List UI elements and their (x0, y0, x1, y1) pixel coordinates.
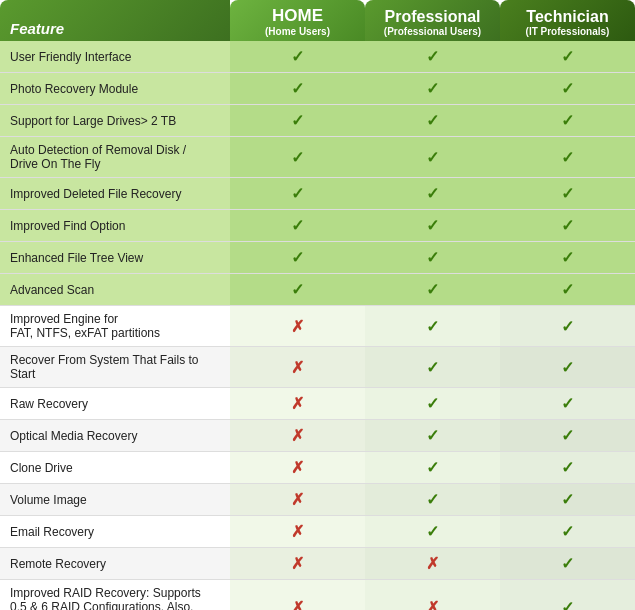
home-cell: ✓ (230, 41, 365, 73)
check-icon: ✓ (426, 395, 439, 412)
home-cell: ✗ (230, 388, 365, 420)
technician-cell: ✓ (500, 242, 635, 274)
home-cell: ✗ (230, 306, 365, 347)
technician-cell: ✓ (500, 105, 635, 137)
technician-plan-name: Technician (504, 8, 631, 26)
feature-cell: Optical Media Recovery (0, 420, 230, 452)
check-icon: ✓ (426, 359, 439, 376)
feature-cell: Volume Image (0, 484, 230, 516)
professional-cell: ✓ (365, 178, 500, 210)
technician-cell: ✓ (500, 516, 635, 548)
feature-cell: Improved Deleted File Recovery (0, 178, 230, 210)
feature-cell: Support for Large Drives> 2 TB (0, 105, 230, 137)
feature-column-header: Feature (0, 0, 230, 41)
feature-cell: User Friendly Interface (0, 41, 230, 73)
home-plan-sub: (Home Users) (234, 26, 361, 37)
home-cell: ✗ (230, 420, 365, 452)
check-icon: ✓ (426, 149, 439, 166)
check-icon: ✓ (561, 555, 574, 572)
check-icon: ✓ (426, 185, 439, 202)
technician-cell: ✓ (500, 306, 635, 347)
professional-cell: ✓ (365, 484, 500, 516)
check-icon: ✓ (561, 149, 574, 166)
technician-cell: ✓ (500, 388, 635, 420)
check-icon: ✓ (561, 217, 574, 234)
table-row: Volume Image✗✓✓ (0, 484, 635, 516)
check-icon: ✓ (291, 112, 304, 129)
technician-cell: ✓ (500, 73, 635, 105)
professional-cell: ✓ (365, 452, 500, 484)
table-row: Auto Detection of Removal Disk / Drive O… (0, 137, 635, 178)
check-icon: ✓ (426, 48, 439, 65)
feature-cell: Improved Engine for FAT, NTFS, exFAT par… (0, 306, 230, 347)
table-row: Clone Drive✗✓✓ (0, 452, 635, 484)
feature-cell: Clone Drive (0, 452, 230, 484)
cross-icon: ✗ (291, 599, 304, 611)
professional-cell: ✓ (365, 210, 500, 242)
check-icon: ✓ (561, 249, 574, 266)
table-row: Advanced Scan✓✓✓ (0, 274, 635, 306)
check-icon: ✓ (426, 112, 439, 129)
home-cell: ✗ (230, 347, 365, 388)
feature-cell: Raw Recovery (0, 388, 230, 420)
home-cell: ✓ (230, 242, 365, 274)
table-body: User Friendly Interface✓✓✓Photo Recovery… (0, 41, 635, 610)
professional-cell: ✓ (365, 420, 500, 452)
technician-cell: ✓ (500, 137, 635, 178)
technician-cell: ✓ (500, 347, 635, 388)
technician-cell: ✓ (500, 580, 635, 611)
table-row: Improved Find Option✓✓✓ (0, 210, 635, 242)
feature-cell: Auto Detection of Removal Disk / Drive O… (0, 137, 230, 178)
technician-cell: ✓ (500, 452, 635, 484)
home-cell: ✗ (230, 452, 365, 484)
check-icon: ✓ (426, 427, 439, 444)
cross-icon: ✗ (291, 395, 304, 412)
cross-icon: ✗ (291, 359, 304, 376)
check-icon: ✓ (426, 459, 439, 476)
professional-cell: ✓ (365, 388, 500, 420)
check-icon: ✓ (291, 80, 304, 97)
check-icon: ✓ (426, 217, 439, 234)
professional-plan-sub: (Professional Users) (369, 26, 496, 37)
feature-cell: Improved RAID Recovery: Supports 0,5 & 6… (0, 580, 230, 611)
technician-column-header: Technician (IT Professionals) (500, 0, 635, 41)
cross-icon: ✗ (426, 555, 439, 572)
professional-cell: ✗ (365, 548, 500, 580)
check-icon: ✓ (426, 318, 439, 335)
check-icon: ✓ (561, 185, 574, 202)
feature-cell: Advanced Scan (0, 274, 230, 306)
professional-cell: ✓ (365, 41, 500, 73)
table-row: Raw Recovery✗✓✓ (0, 388, 635, 420)
technician-cell: ✓ (500, 420, 635, 452)
feature-cell: Email Recovery (0, 516, 230, 548)
comparison-table: Feature HOME (Home Users) Professional (… (0, 0, 635, 610)
home-column-header: HOME (Home Users) (230, 0, 365, 41)
technician-cell: ✓ (500, 41, 635, 73)
check-icon: ✓ (561, 281, 574, 298)
professional-cell: ✓ (365, 242, 500, 274)
check-icon: ✓ (291, 185, 304, 202)
check-icon: ✓ (426, 249, 439, 266)
check-icon: ✓ (291, 281, 304, 298)
professional-cell: ✓ (365, 137, 500, 178)
professional-column-header: Professional (Professional Users) (365, 0, 500, 41)
home-cell: ✗ (230, 484, 365, 516)
table-row: Remote Recovery✗✗✓ (0, 548, 635, 580)
professional-cell: ✗ (365, 580, 500, 611)
home-cell: ✓ (230, 210, 365, 242)
professional-cell: ✓ (365, 306, 500, 347)
technician-cell: ✓ (500, 274, 635, 306)
check-icon: ✓ (426, 523, 439, 540)
check-icon: ✓ (291, 249, 304, 266)
home-cell: ✗ (230, 548, 365, 580)
home-cell: ✓ (230, 137, 365, 178)
home-cell: ✓ (230, 105, 365, 137)
home-cell: ✓ (230, 73, 365, 105)
professional-cell: ✓ (365, 105, 500, 137)
check-icon: ✓ (561, 599, 574, 611)
feature-cell: Photo Recovery Module (0, 73, 230, 105)
table-row: Improved RAID Recovery: Supports 0,5 & 6… (0, 580, 635, 611)
technician-cell: ✓ (500, 548, 635, 580)
check-icon: ✓ (561, 359, 574, 376)
cross-icon: ✗ (291, 523, 304, 540)
